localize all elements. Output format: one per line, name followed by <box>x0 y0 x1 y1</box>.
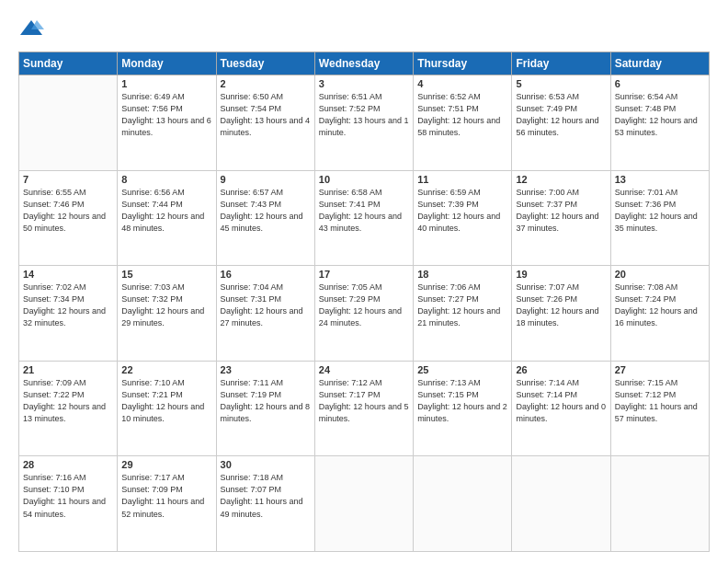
day-info: Sunrise: 6:49 AMSunset: 7:56 PMDaylight:… <box>121 91 211 139</box>
logo-icon <box>18 17 44 42</box>
day-info: Sunrise: 7:01 AMSunset: 7:36 PMDaylight:… <box>615 187 705 235</box>
day-cell <box>512 456 610 552</box>
day-info: Sunrise: 7:02 AMSunset: 7:34 PMDaylight:… <box>23 282 113 329</box>
day-info: Sunrise: 7:08 AMSunset: 7:24 PMDaylight:… <box>615 282 705 329</box>
day-info: Sunrise: 7:11 AMSunset: 7:19 PMDaylight:… <box>221 377 311 425</box>
day-number: 8 <box>121 174 211 185</box>
day-number: 22 <box>121 364 211 375</box>
day-info: Sunrise: 6:55 AMSunset: 7:46 PMDaylight:… <box>23 187 113 235</box>
day-cell: 6Sunrise: 6:54 AMSunset: 7:48 PMDaylight… <box>610 75 709 171</box>
day-info: Sunrise: 6:53 AMSunset: 7:49 PMDaylight:… <box>516 91 606 139</box>
day-info: Sunrise: 7:17 AMSunset: 7:09 PMDaylight:… <box>121 472 211 520</box>
day-number: 20 <box>615 269 705 280</box>
day-info: Sunrise: 7:07 AMSunset: 7:26 PMDaylight:… <box>516 282 606 329</box>
day-info: Sunrise: 7:09 AMSunset: 7:22 PMDaylight:… <box>23 377 113 425</box>
day-info: Sunrise: 6:50 AMSunset: 7:54 PMDaylight:… <box>221 91 311 139</box>
day-info: Sunrise: 7:03 AMSunset: 7:32 PMDaylight:… <box>121 282 211 329</box>
col-header-monday: Monday <box>118 52 216 75</box>
day-info: Sunrise: 6:51 AMSunset: 7:52 PMDaylight:… <box>319 91 409 139</box>
day-number: 6 <box>615 78 705 89</box>
day-number: 17 <box>319 269 409 280</box>
day-number: 3 <box>319 78 409 89</box>
day-cell: 2Sunrise: 6:50 AMSunset: 7:54 PMDaylight… <box>216 75 314 171</box>
day-info: Sunrise: 6:59 AMSunset: 7:39 PMDaylight:… <box>417 187 507 235</box>
calendar-header-row: SundayMondayTuesdayWednesdayThursdayFrid… <box>19 52 710 75</box>
day-number: 23 <box>221 364 311 375</box>
day-info: Sunrise: 7:05 AMSunset: 7:29 PMDaylight:… <box>319 282 409 329</box>
day-cell: 14Sunrise: 7:02 AMSunset: 7:34 PMDayligh… <box>19 266 118 362</box>
day-cell: 12Sunrise: 7:00 AMSunset: 7:37 PMDayligh… <box>512 170 610 266</box>
day-info: Sunrise: 7:16 AMSunset: 7:10 PMDaylight:… <box>23 472 113 520</box>
day-info: Sunrise: 7:12 AMSunset: 7:17 PMDaylight:… <box>319 377 409 425</box>
col-header-friday: Friday <box>512 52 610 75</box>
day-number: 29 <box>121 459 211 470</box>
day-info: Sunrise: 7:15 AMSunset: 7:12 PMDaylight:… <box>615 377 705 425</box>
day-cell: 10Sunrise: 6:58 AMSunset: 7:41 PMDayligh… <box>314 170 413 266</box>
day-number: 12 <box>516 174 606 185</box>
day-cell: 5Sunrise: 6:53 AMSunset: 7:49 PMDaylight… <box>512 75 610 171</box>
day-cell: 15Sunrise: 7:03 AMSunset: 7:32 PMDayligh… <box>118 266 216 362</box>
day-number: 18 <box>417 269 507 280</box>
day-info: Sunrise: 6:54 AMSunset: 7:48 PMDaylight:… <box>615 91 705 139</box>
day-cell: 1Sunrise: 6:49 AMSunset: 7:56 PMDaylight… <box>118 75 216 171</box>
day-cell: 20Sunrise: 7:08 AMSunset: 7:24 PMDayligh… <box>610 266 709 362</box>
day-info: Sunrise: 7:00 AMSunset: 7:37 PMDaylight:… <box>516 187 606 235</box>
header <box>18 17 710 42</box>
col-header-thursday: Thursday <box>414 52 512 75</box>
day-cell: 4Sunrise: 6:52 AMSunset: 7:51 PMDaylight… <box>414 75 512 171</box>
day-cell: 18Sunrise: 7:06 AMSunset: 7:27 PMDayligh… <box>414 266 512 362</box>
day-number: 2 <box>221 78 311 89</box>
day-cell: 16Sunrise: 7:04 AMSunset: 7:31 PMDayligh… <box>216 266 314 362</box>
day-cell: 25Sunrise: 7:13 AMSunset: 7:15 PMDayligh… <box>414 361 512 456</box>
day-number: 1 <box>121 78 211 89</box>
day-number: 19 <box>516 269 606 280</box>
day-number: 21 <box>23 364 113 375</box>
day-cell: 24Sunrise: 7:12 AMSunset: 7:17 PMDayligh… <box>314 361 413 456</box>
col-header-saturday: Saturday <box>610 52 709 75</box>
col-header-wednesday: Wednesday <box>314 52 413 75</box>
day-cell <box>414 456 512 552</box>
col-header-tuesday: Tuesday <box>216 52 314 75</box>
day-cell <box>610 456 709 552</box>
page: SundayMondayTuesdayWednesdayThursdayFrid… <box>0 0 728 563</box>
day-info: Sunrise: 6:52 AMSunset: 7:51 PMDaylight:… <box>417 91 507 139</box>
day-number: 4 <box>417 78 507 89</box>
day-cell: 30Sunrise: 7:18 AMSunset: 7:07 PMDayligh… <box>216 456 314 552</box>
week-row-5: 28Sunrise: 7:16 AMSunset: 7:10 PMDayligh… <box>19 456 710 552</box>
col-header-sunday: Sunday <box>19 52 118 75</box>
week-row-1: 1Sunrise: 6:49 AMSunset: 7:56 PMDaylight… <box>19 75 710 171</box>
day-cell: 29Sunrise: 7:17 AMSunset: 7:09 PMDayligh… <box>118 456 216 552</box>
day-number: 13 <box>615 174 705 185</box>
day-cell: 27Sunrise: 7:15 AMSunset: 7:12 PMDayligh… <box>610 361 709 456</box>
day-number: 25 <box>417 364 507 375</box>
day-number: 15 <box>121 269 211 280</box>
day-number: 24 <box>319 364 409 375</box>
day-number: 16 <box>221 269 311 280</box>
day-cell: 26Sunrise: 7:14 AMSunset: 7:14 PMDayligh… <box>512 361 610 456</box>
day-cell: 21Sunrise: 7:09 AMSunset: 7:22 PMDayligh… <box>19 361 118 456</box>
day-cell: 28Sunrise: 7:16 AMSunset: 7:10 PMDayligh… <box>19 456 118 552</box>
day-info: Sunrise: 7:13 AMSunset: 7:15 PMDaylight:… <box>417 377 507 425</box>
day-info: Sunrise: 7:10 AMSunset: 7:21 PMDaylight:… <box>121 377 211 425</box>
day-cell: 7Sunrise: 6:55 AMSunset: 7:46 PMDaylight… <box>19 170 118 266</box>
day-number: 27 <box>615 364 705 375</box>
day-info: Sunrise: 7:14 AMSunset: 7:14 PMDaylight:… <box>516 377 606 425</box>
day-cell: 13Sunrise: 7:01 AMSunset: 7:36 PMDayligh… <box>610 170 709 266</box>
day-number: 26 <box>516 364 606 375</box>
day-number: 5 <box>516 78 606 89</box>
day-info: Sunrise: 6:57 AMSunset: 7:43 PMDaylight:… <box>221 187 311 235</box>
day-cell: 8Sunrise: 6:56 AMSunset: 7:44 PMDaylight… <box>118 170 216 266</box>
day-cell: 11Sunrise: 6:59 AMSunset: 7:39 PMDayligh… <box>414 170 512 266</box>
week-row-2: 7Sunrise: 6:55 AMSunset: 7:46 PMDaylight… <box>19 170 710 266</box>
day-cell: 3Sunrise: 6:51 AMSunset: 7:52 PMDaylight… <box>314 75 413 171</box>
day-cell: 23Sunrise: 7:11 AMSunset: 7:19 PMDayligh… <box>216 361 314 456</box>
day-cell: 22Sunrise: 7:10 AMSunset: 7:21 PMDayligh… <box>118 361 216 456</box>
day-info: Sunrise: 6:56 AMSunset: 7:44 PMDaylight:… <box>121 187 211 235</box>
day-cell <box>19 75 118 171</box>
day-number: 14 <box>23 269 113 280</box>
logo <box>18 17 48 42</box>
day-cell: 9Sunrise: 6:57 AMSunset: 7:43 PMDaylight… <box>216 170 314 266</box>
day-number: 28 <box>23 459 113 470</box>
day-number: 7 <box>23 174 113 185</box>
day-number: 10 <box>319 174 409 185</box>
